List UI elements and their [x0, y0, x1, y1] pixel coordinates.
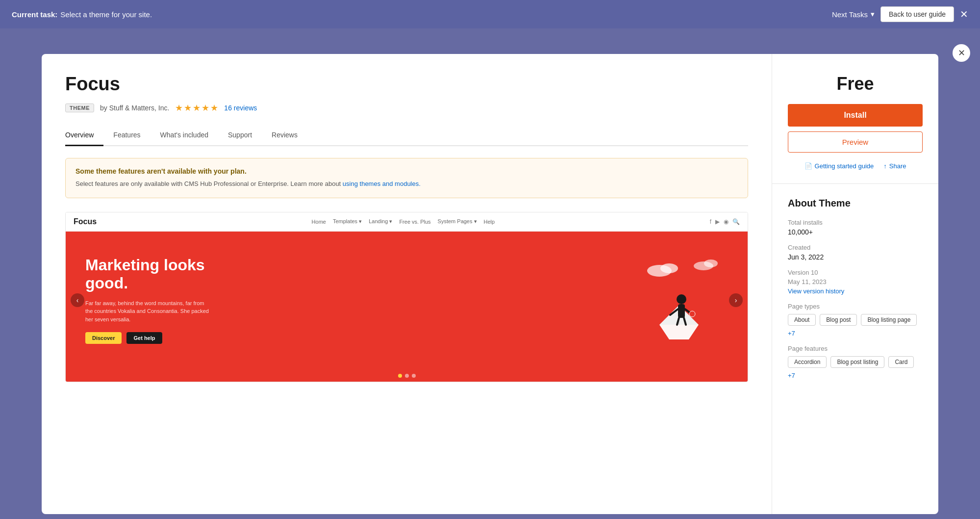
- hero-buttons: Discover Get help: [85, 332, 213, 344]
- page-types-tags: About Blog post Blog listing page +7: [788, 314, 923, 337]
- youtube-icon: ▶: [715, 218, 720, 225]
- taskbar-close-icon[interactable]: ✕: [960, 9, 968, 19]
- warning-link[interactable]: using themes and modules.: [343, 180, 421, 187]
- preview-nav-links: Home Templates ▾ Landing ▾ Free vs. Plus…: [312, 218, 495, 225]
- task-bar-left: Current task: Select a theme for your si…: [12, 10, 152, 19]
- nav-free-vs-plus: Free vs. Plus: [399, 219, 430, 225]
- svg-point-3: [704, 260, 718, 267]
- created-label: Created: [788, 244, 923, 251]
- share-icon: ↑: [883, 162, 887, 170]
- facebook-icon: f: [710, 218, 711, 225]
- total-installs-row: Total installs 10,000+: [788, 219, 923, 236]
- page-types-more[interactable]: +7: [788, 330, 795, 337]
- about-section: About Theme Total installs 10,000+ Creat…: [772, 184, 938, 393]
- hero-content: Marketing looks good. Far far away, behi…: [85, 256, 213, 344]
- carousel-dots: [66, 369, 748, 382]
- tag-blog-post-listing[interactable]: Blog post listing: [830, 356, 884, 368]
- getting-started-link[interactable]: 📄 Getting started guide: [804, 162, 874, 170]
- left-panel: Focus THEME by Stuff & Matters, Inc. ★ ★…: [42, 54, 772, 514]
- install-button[interactable]: Install: [788, 104, 923, 127]
- nav-landing: Landing ▾: [369, 218, 392, 225]
- page-types-section: Page types About Blog post Blog listing …: [788, 303, 923, 337]
- back-to-guide-button[interactable]: Back to user guide: [880, 6, 954, 22]
- version-history-link[interactable]: View version history: [788, 287, 923, 295]
- carousel-dot-2[interactable]: [405, 374, 409, 378]
- carousel-next-button[interactable]: ›: [729, 293, 743, 307]
- next-tasks-button[interactable]: Next Tasks ▾: [832, 10, 875, 19]
- tag-blog-listing-page[interactable]: Blog listing page: [861, 314, 917, 326]
- theme-detail-modal: Focus THEME by Stuff & Matters, Inc. ★ ★…: [42, 54, 938, 514]
- page-features-section: Page features Accordion Blog post listin…: [788, 345, 923, 379]
- hero-subtitle: Far far away, behind the word mountains,…: [85, 299, 213, 324]
- svg-point-7: [677, 294, 686, 304]
- nav-home: Home: [312, 219, 326, 225]
- preview-social-icons: f ▶ ◉ 🔍: [710, 218, 740, 225]
- tab-whats-included[interactable]: What's included: [151, 125, 218, 146]
- page-features-more[interactable]: +7: [788, 372, 795, 379]
- page-types-label: Page types: [788, 303, 923, 310]
- hero-illustration: [630, 256, 728, 344]
- tag-about[interactable]: About: [788, 314, 816, 326]
- nav-system-pages: System Pages ▾: [438, 218, 477, 225]
- task-bar: Current task: Select a theme for your si…: [0, 0, 980, 28]
- star-rating: ★ ★ ★ ★ ★: [175, 103, 218, 113]
- preview-logo: Focus: [74, 217, 97, 226]
- price-label: Free: [788, 74, 923, 94]
- warning-box: Some theme features aren't available wit…: [65, 158, 748, 198]
- tag-accordion[interactable]: Accordion: [788, 356, 827, 368]
- preview-nav-bar: Focus Home Templates ▾ Landing ▾ Free vs…: [66, 212, 748, 232]
- version-row: Version 10 May 11, 2023 View version his…: [788, 269, 923, 295]
- tag-blog-post[interactable]: Blog post: [820, 314, 857, 326]
- svg-point-13: [689, 311, 695, 317]
- star-2: ★: [184, 103, 192, 113]
- pricing-section: Free Install Preview 📄 Getting started g…: [772, 54, 938, 184]
- star-4: ★: [201, 103, 209, 113]
- svg-point-1: [660, 263, 678, 273]
- created-value: Jun 3, 2022: [788, 253, 923, 261]
- hero-get-help-button[interactable]: Get help: [126, 332, 162, 344]
- guide-icon: 📄: [804, 162, 812, 170]
- hero-svg: [630, 256, 728, 344]
- share-link[interactable]: ↑ Share: [883, 162, 906, 170]
- star-1: ★: [175, 103, 183, 113]
- reviews-link[interactable]: 16 reviews: [224, 104, 257, 112]
- total-installs-value: 10,000+: [788, 228, 923, 236]
- theme-preview-container: Focus Home Templates ▾ Landing ▾ Free vs…: [65, 212, 748, 382]
- page-features-tags: Accordion Blog post listing Card +7: [788, 356, 923, 379]
- theme-author: by Stuff & Matters, Inc.: [100, 104, 169, 112]
- preview-button[interactable]: Preview: [788, 131, 923, 153]
- page-features-label: Page features: [788, 345, 923, 352]
- modal-content: Focus THEME by Stuff & Matters, Inc. ★ ★…: [42, 54, 938, 514]
- getting-started-label: Getting started guide: [815, 162, 874, 170]
- action-links: 📄 Getting started guide ↑ Share: [788, 162, 923, 170]
- svg-rect-8: [678, 304, 685, 318]
- about-theme-title: About Theme: [788, 198, 923, 209]
- carousel-prev-button[interactable]: ‹: [71, 293, 84, 307]
- warning-body: Select features are only available with …: [75, 179, 738, 189]
- tag-card[interactable]: Card: [888, 356, 914, 368]
- preview-hero: ‹ Marketing looks good. Far far away, be…: [66, 232, 748, 369]
- tab-support[interactable]: Support: [218, 125, 262, 146]
- theme-meta: THEME by Stuff & Matters, Inc. ★ ★ ★ ★ ★…: [65, 103, 748, 113]
- theme-badge: THEME: [65, 104, 94, 112]
- tab-features[interactable]: Features: [103, 125, 150, 146]
- hero-discover-button[interactable]: Discover: [85, 332, 122, 344]
- tab-bar: Overview Features What's included Suppor…: [65, 125, 748, 146]
- tab-reviews[interactable]: Reviews: [262, 125, 307, 146]
- modal-outer-close-button[interactable]: ✕: [953, 44, 970, 62]
- next-tasks-label: Next Tasks: [832, 10, 868, 19]
- hero-title: Marketing looks good.: [85, 256, 213, 292]
- created-row: Created Jun 3, 2022: [788, 244, 923, 261]
- chevron-down-icon: ▾: [871, 10, 875, 19]
- star-5: ★: [210, 103, 218, 113]
- current-task-text: Select a theme for your site.: [60, 10, 152, 19]
- version-label: Version 10: [788, 269, 923, 276]
- theme-title: Focus: [65, 74, 748, 95]
- svg-marker-4: [659, 325, 699, 339]
- nav-help: Help: [484, 219, 495, 225]
- star-3: ★: [193, 103, 201, 113]
- carousel-dot-1[interactable]: [398, 374, 402, 378]
- task-bar-right: Next Tasks ▾ Back to user guide ✕: [832, 6, 968, 22]
- carousel-dot-3[interactable]: [412, 374, 416, 378]
- tab-overview[interactable]: Overview: [65, 125, 103, 146]
